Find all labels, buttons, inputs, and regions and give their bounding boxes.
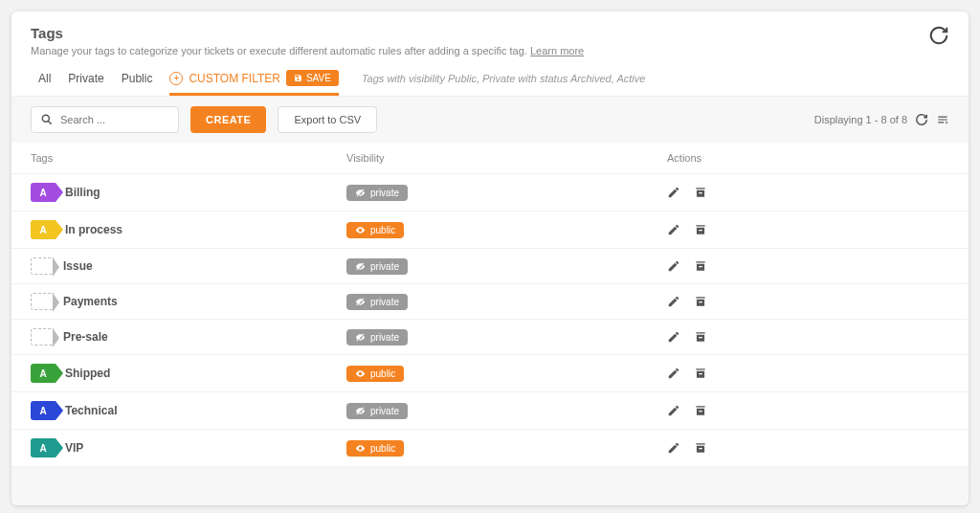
displaying-text: Displaying 1 - 8 of 8 [814, 114, 907, 125]
edit-icon[interactable] [667, 330, 680, 344]
archive-icon[interactable] [694, 223, 707, 236]
table-body: ABillingprivateAIn processpublicIssuepri… [11, 173, 969, 467]
tag-color-icon: A [31, 438, 56, 457]
table-row: AShippedpublic [11, 354, 969, 391]
col-actions: Actions [667, 152, 949, 164]
tag-color-icon [31, 257, 54, 275]
visibility-badge: private [346, 329, 408, 346]
row-actions [667, 404, 949, 417]
refresh-icon[interactable] [928, 25, 949, 46]
svg-point-0 [42, 115, 49, 122]
tab-custom-filter[interactable]: + CUSTOM FILTER SAVE [169, 70, 339, 96]
edit-icon[interactable] [667, 223, 680, 236]
row-actions [667, 223, 949, 236]
visibility-badge: private [346, 294, 408, 310]
visibility-badge: public [346, 366, 404, 382]
archive-icon[interactable] [694, 259, 707, 273]
tag-color-icon: A [31, 220, 56, 239]
visibility-badge: public [346, 440, 404, 457]
col-visibility: Visibility [346, 152, 667, 164]
edit-icon[interactable] [667, 186, 680, 199]
tabs-bar: All Private Public + CUSTOM FILTER SAVE … [11, 56, 969, 97]
edit-icon[interactable] [667, 295, 680, 308]
archive-icon[interactable] [694, 441, 707, 455]
row-actions [667, 330, 949, 344]
add-filter-icon: + [169, 72, 183, 85]
tag-name: VIP [65, 441, 83, 455]
save-icon [294, 74, 302, 82]
save-filter-button[interactable]: SAVE [286, 70, 339, 86]
row-actions [667, 441, 949, 455]
table-row: Pre-saleprivate [11, 319, 969, 354]
refresh-small-icon[interactable] [915, 113, 928, 126]
learn-more-link[interactable]: Learn more [530, 45, 584, 56]
edit-icon[interactable] [667, 441, 680, 455]
row-actions [667, 367, 949, 380]
archive-icon[interactable] [694, 295, 707, 308]
table-row: AIn processpublic [11, 211, 969, 248]
tag-name: In process [65, 223, 122, 236]
filter-description: Tags with visibility Public, Private wit… [362, 73, 646, 94]
visibility-badge: public [346, 222, 404, 238]
visibility-badge: private [346, 403, 408, 419]
toolbar: CREATE Export to CSV Displaying 1 - 8 of… [11, 97, 969, 143]
archive-icon[interactable] [694, 367, 707, 380]
search-icon [40, 113, 54, 126]
edit-icon[interactable] [667, 367, 680, 380]
archive-icon[interactable] [694, 404, 707, 417]
tags-panel: Tags Manage your tags to categorize your… [11, 11, 969, 505]
tag-name: Shipped [65, 367, 110, 380]
archive-icon[interactable] [694, 186, 707, 199]
create-button[interactable]: CREATE [190, 106, 266, 133]
tag-name: Technical [65, 404, 117, 417]
archive-icon[interactable] [694, 330, 707, 344]
table-header: Tags Visibility Actions [11, 143, 969, 173]
tag-color-icon: A [31, 401, 56, 420]
row-actions [667, 186, 949, 199]
tab-private[interactable]: Private [68, 72, 103, 95]
tag-name: Issue [63, 259, 93, 273]
tag-name: Billing [65, 186, 100, 199]
edit-icon[interactable] [667, 404, 680, 417]
tag-name: Payments [63, 295, 118, 308]
table-row: Paymentsprivate [11, 283, 969, 319]
visibility-badge: private [346, 258, 408, 275]
tag-color-icon [31, 293, 54, 310]
tag-color-icon [31, 328, 54, 346]
visibility-badge: private [346, 185, 408, 201]
col-tags: Tags [31, 152, 346, 164]
tag-color-icon: A [31, 364, 56, 383]
table-row: Issueprivate [11, 248, 969, 283]
columns-icon[interactable] [936, 113, 949, 126]
row-actions [667, 295, 949, 308]
edit-icon[interactable] [667, 259, 680, 273]
tab-all[interactable]: All [38, 72, 51, 95]
table-row: ABillingprivate [11, 173, 969, 211]
tag-name: Pre-sale [63, 330, 108, 344]
tag-color-icon: A [31, 183, 56, 202]
tab-public[interactable]: Public [122, 72, 153, 95]
page-subtitle: Manage your tags to categorize your tick… [31, 45, 584, 56]
row-actions [667, 259, 949, 273]
table-row: ATechnicalprivate [11, 391, 969, 429]
svg-line-1 [48, 121, 51, 123]
page-title: Tags [31, 25, 584, 41]
table-row: AVIPpublic [11, 429, 969, 467]
export-csv-button[interactable]: Export to CSV [278, 106, 377, 133]
